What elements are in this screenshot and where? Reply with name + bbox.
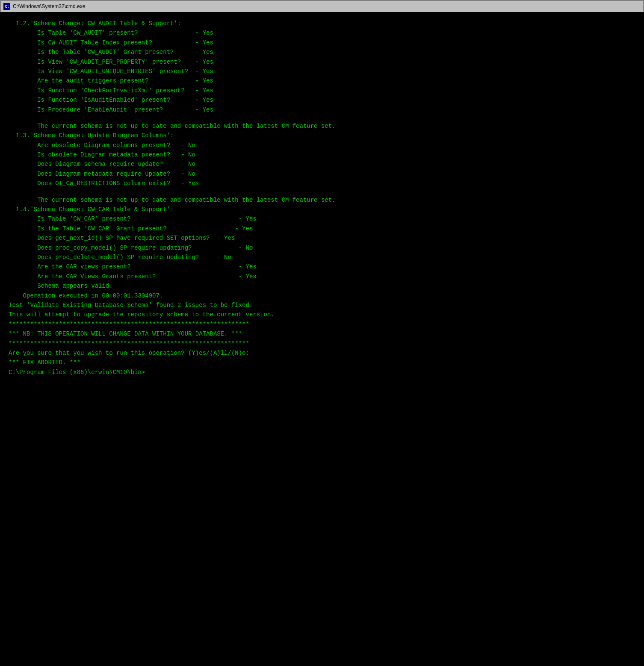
terminal-line: Is Procedure 'EnableAudit' present? - Ye… [9, 105, 635, 115]
terminal-line: Is Table 'CW_AUDIT' present? - Yes [9, 28, 635, 38]
terminal-line: Is Table 'CW_CAR' present? - Yes [9, 214, 635, 224]
window-container: C: C:\Windows\System32\cmd.exe 1.2.'Sche… [0, 0, 644, 666]
terminal-line: Is CW_AUDIT Table Index present? - Yes [9, 38, 635, 47]
terminal-line: Operation executed in 00:00:01.3304907. [9, 291, 635, 301]
terminal-line: Are obsolete Diagram columns present? - … [9, 141, 635, 150]
terminal-line: 1.4.'Schema Change: CW_CAR Table & Suppo… [9, 205, 635, 214]
terminal-line: 1.3.'Schema Change: Update Diagram Colum… [9, 131, 635, 140]
terminal-line: Test 'Validate Existing Database Schema'… [9, 301, 635, 310]
terminal-line: Does proc_copy_model() SP require updati… [9, 243, 635, 253]
terminal-line: The current schema is not up to date and… [9, 195, 635, 205]
terminal-line: This will attempt to upgrade the reposit… [9, 310, 635, 319]
terminal-line: 1.2.'Schema Change: CW_AUDIT Table & Sup… [9, 19, 635, 28]
terminal-line: Is Function 'IsAuditEnabled' present? - … [9, 95, 635, 105]
terminal-line: Is View 'CW_AUDIT_UNIQUE_ENTRIES' presen… [9, 67, 635, 76]
terminal-line: Is the Table 'CW_CAR' Grant present? - Y… [9, 224, 635, 233]
terminal-line: Does proc_delete_model() SP require upda… [9, 253, 635, 262]
window-title: C:\Windows\System32\cmd.exe [13, 3, 641, 9]
window-titlebar: C: C:\Windows\System32\cmd.exe [0, 0, 644, 12]
terminal-line: Is obsolete Diagram metadata present? - … [9, 150, 635, 159]
terminal-body: 1.2.'Schema Change: CW_AUDIT Table & Sup… [0, 12, 644, 666]
terminal-line: Is Function 'CheckForInvalidXml' present… [9, 86, 635, 95]
terminal-line: *** NB: THIS OPERATION WILL CHANGE DATA … [9, 329, 635, 339]
terminal-line: Are you sure that you wish to run this o… [9, 348, 635, 358]
terminal-line: Are Audit Triggers up to date? - No [9, 115, 635, 121]
terminal-line: Is the Table 'CW_AUDIT' Grant present? -… [9, 47, 635, 57]
window-icon: C: [3, 3, 10, 10]
terminal-line: *** FIX ABORTED. *** [9, 358, 635, 367]
terminal-line: ****************************************… [9, 320, 635, 329]
terminal-line: The current schema is not up to date and… [9, 121, 635, 131]
terminal-line: Does proc_copy_model require updating? -… [9, 189, 635, 195]
terminal-line: C:\Program Files (x86)\erwin\CM10\bin> [9, 368, 635, 377]
terminal-line: Are the CAR views present? - Yes [9, 262, 635, 271]
terminal-line: Does get_next_id() SP have required SET … [9, 233, 635, 243]
terminal-line: Are the CAR Views Grants present? - Yes [9, 272, 635, 281]
terminal-line: Does OT_CW_RESTRICTIONS column exist? - … [9, 179, 635, 188]
terminal-line: Does Diagram metadata require update? - … [9, 169, 635, 179]
terminal-line: ****************************************… [9, 339, 635, 348]
terminal-line: Schema appears valid. [9, 281, 635, 291]
terminal-line: Is View 'CW_AUDIT_PER_PROPERTY' present?… [9, 57, 635, 67]
terminal-line: Are the audit triggers present? - Yes [9, 76, 635, 85]
terminal-line: Does Diagram schema require update? - No [9, 159, 635, 169]
